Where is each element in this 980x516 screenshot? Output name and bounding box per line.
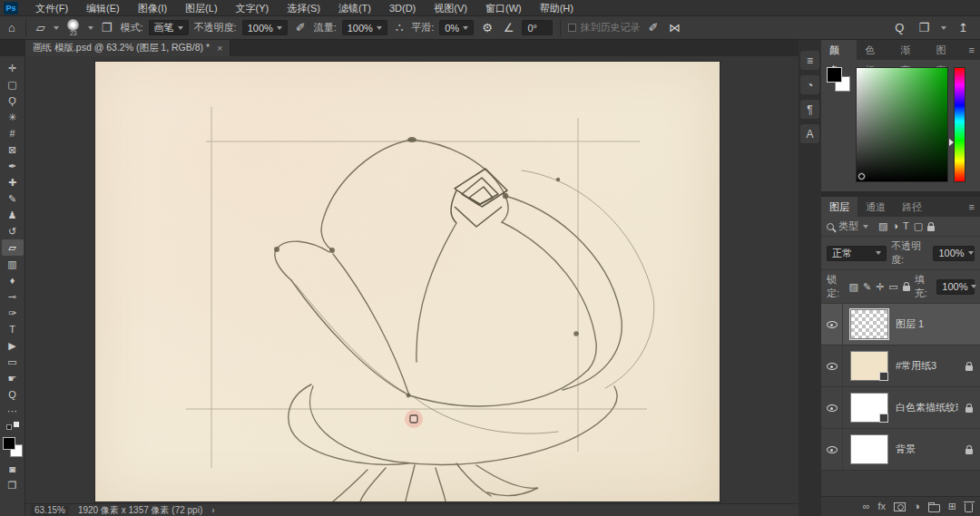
angle-input[interactable]: 0° <box>522 20 553 35</box>
history-brush-tool[interactable]: ↺ <box>2 223 24 239</box>
brush-settings-panel-icon[interactable]: ❐ <box>99 20 115 35</box>
menu-window[interactable]: 窗口(W) <box>477 0 530 16</box>
blend-mode-select[interactable]: 正常 <box>827 246 887 261</box>
canvas-area[interactable] <box>25 56 799 503</box>
layer-name[interactable]: 背景 <box>896 443 958 456</box>
eraser-tool[interactable]: ▱ <box>2 239 24 256</box>
move-tool[interactable]: ✛ <box>2 60 24 76</box>
dodge-tool[interactable]: ⊸ <box>2 288 24 305</box>
chevron-down-icon[interactable] <box>863 225 868 229</box>
foreground-color-swatch[interactable] <box>827 67 842 83</box>
lock-artboard-icon[interactable]: ▭ <box>888 282 897 292</box>
history-panel-icon[interactable]: ◔ <box>800 75 819 94</box>
photoshop-logo[interactable]: Ps <box>4 2 18 15</box>
layer-name[interactable]: 图层 1 <box>896 317 958 331</box>
menu-type[interactable]: 文字(Y) <box>228 0 278 16</box>
menu-help[interactable]: 帮助(H) <box>532 0 582 16</box>
adjustments-panel-icon[interactable]: ≡ <box>800 51 819 70</box>
tab-paths[interactable]: 路径 <box>894 197 930 217</box>
layer-thumbnail[interactable] <box>850 393 888 423</box>
menu-view[interactable]: 视图(V) <box>426 0 475 16</box>
tab-gradients[interactable]: 渐变 <box>892 40 927 60</box>
blur-tool[interactable]: ♦ <box>2 272 24 288</box>
healing-brush-tool[interactable]: ✚ <box>2 174 24 190</box>
lock-transparent-pixels-icon[interactable]: ▨ <box>849 282 858 292</box>
color-panel-swatches[interactable] <box>827 67 850 94</box>
marquee-tool[interactable]: ▢ <box>2 76 24 92</box>
home-icon[interactable]: ⌂ <box>5 20 18 35</box>
opacity-select[interactable]: 100% <box>242 20 288 35</box>
menu-layer[interactable]: 图层(L) <box>177 0 225 16</box>
layer-style-fx-icon[interactable]: fx <box>878 501 887 511</box>
menu-file[interactable]: 文件(F) <box>27 0 76 16</box>
zoom-tool[interactable]: Q <box>2 386 24 403</box>
color-picker-marker[interactable] <box>858 173 865 180</box>
chevron-down-icon[interactable] <box>88 26 93 30</box>
menu-filter[interactable]: 滤镜(T) <box>330 0 379 16</box>
zoom-level-field[interactable]: 63.15% <box>31 505 69 516</box>
airbrush-icon[interactable]: ∴ <box>393 20 406 35</box>
filter-shape-layers-icon[interactable]: ▢ <box>914 221 923 231</box>
eraser-preset-icon[interactable]: ▱ <box>34 20 48 35</box>
quick-mask-icon[interactable]: ◙ <box>2 461 24 477</box>
search-icon[interactable]: Q <box>892 20 906 35</box>
pen-tool[interactable]: ✑ <box>2 305 24 321</box>
add-layer-mask-icon[interactable] <box>894 502 906 511</box>
fill-select[interactable]: 100% <box>936 279 975 295</box>
filter-locked-layers-icon[interactable] <box>927 226 935 231</box>
brush-tool[interactable]: ✎ <box>2 190 24 207</box>
gradient-tool[interactable]: ▥ <box>2 256 24 272</box>
menu-select[interactable]: 选择(S) <box>279 0 328 16</box>
lock-position-icon[interactable]: ✛ <box>876 282 884 292</box>
tab-channels[interactable]: 通道 <box>858 197 894 217</box>
opacity-pressure-icon[interactable]: ✐ <box>293 20 309 35</box>
type-tool[interactable]: T <box>2 321 24 337</box>
character-panel-icon[interactable]: A <box>800 124 819 143</box>
share-icon[interactable]: ↥ <box>956 20 971 35</box>
workspace-icon[interactable]: ❐ <box>916 20 932 35</box>
foreground-color-swatch[interactable] <box>3 437 15 450</box>
filter-type-layers-icon[interactable]: T <box>903 221 909 231</box>
visibility-toggle[interactable] <box>821 346 843 386</box>
chevron-down-icon[interactable] <box>941 26 946 30</box>
panel-menu-icon[interactable]: ≡ <box>964 44 980 55</box>
smoothing-select[interactable]: 0% <box>439 20 474 35</box>
mode-select[interactable]: 画笔 <box>149 20 189 35</box>
layer-name[interactable]: #常用纸3 <box>896 359 958 373</box>
lock-all-icon[interactable] <box>903 286 910 291</box>
layer-row-background[interactable]: 背景 <box>821 429 980 471</box>
gear-icon[interactable]: ⚙ <box>479 20 495 35</box>
edit-toolbar-icon[interactable]: ⋯ <box>2 403 24 419</box>
path-selection-tool[interactable]: ▶ <box>2 337 24 354</box>
delete-layer-icon[interactable] <box>965 503 973 512</box>
erase-to-history-checkbox[interactable]: 抹到历史记录 <box>568 21 640 34</box>
tab-layers[interactable]: 图层 <box>821 197 858 217</box>
panel-menu-icon[interactable]: ≡ <box>964 201 980 212</box>
eyedropper-tool[interactable]: ✒ <box>2 158 24 174</box>
document-canvas[interactable] <box>95 62 720 501</box>
visibility-toggle[interactable] <box>821 429 843 470</box>
layer-row-layer1[interactable]: 图层 1 <box>821 304 980 346</box>
saturation-brightness-field[interactable] <box>856 67 948 182</box>
symmetry-icon[interactable]: ⋈ <box>666 20 683 35</box>
layer-thumbnail[interactable] <box>850 309 888 339</box>
layer-thumbnail[interactable] <box>850 351 888 381</box>
new-layer-icon[interactable]: ⊞ <box>948 501 956 511</box>
crop-tool[interactable]: # <box>2 125 24 141</box>
hue-slider[interactable] <box>954 67 965 182</box>
shape-tool[interactable]: ▭ <box>2 354 24 370</box>
layer-name[interactable]: 白色素描纸纹理 <box>896 401 958 414</box>
lock-image-pixels-icon[interactable]: ✎ <box>863 282 871 292</box>
frame-tool[interactable]: ⊠ <box>2 141 24 158</box>
lasso-tool[interactable]: Ϙ <box>2 92 24 109</box>
document-tab[interactable]: 画纸 模版.psd @ 63.2% (图层 1, RGB/8) * × <box>25 40 230 56</box>
tab-swatches[interactable]: 色板 <box>857 40 892 60</box>
menu-3d[interactable]: 3D(D) <box>381 0 424 16</box>
layer-row-texture[interactable]: 白色素描纸纹理 <box>821 387 980 429</box>
link-layers-icon[interactable]: ∞ <box>863 501 870 511</box>
adjustment-layer-icon[interactable]: ◑ <box>914 501 920 511</box>
layer-opacity-select[interactable]: 100% <box>933 246 975 261</box>
visibility-toggle[interactable] <box>821 387 843 428</box>
clone-stamp-tool[interactable]: ♟ <box>2 207 24 223</box>
size-pressure-icon[interactable]: ✐ <box>645 20 661 35</box>
